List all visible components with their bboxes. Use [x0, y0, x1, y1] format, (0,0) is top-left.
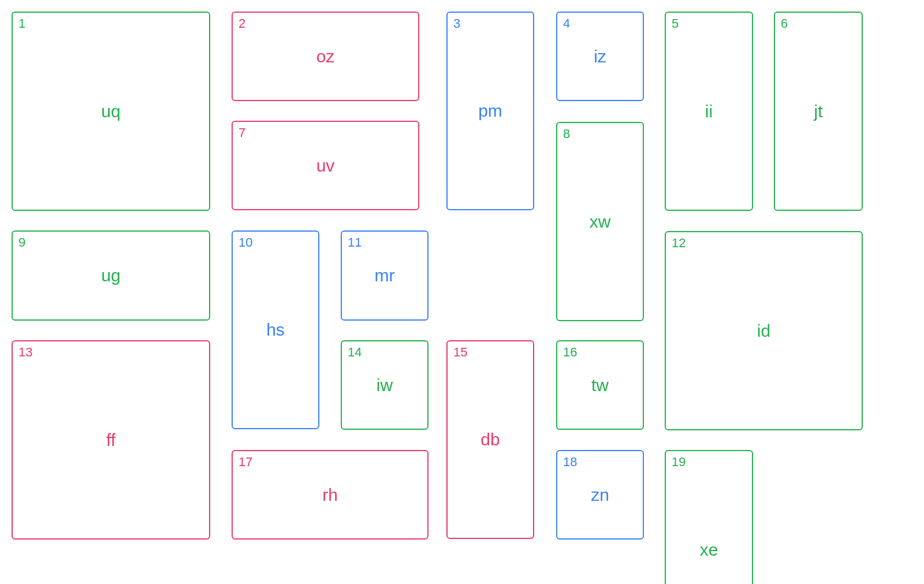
box-7: 7uv: [232, 121, 419, 210]
box-number: 19: [672, 455, 685, 470]
box-number: 10: [239, 235, 252, 250]
box-4: 4iz: [556, 12, 644, 101]
box-number: 3: [453, 16, 460, 31]
box-label: ii: [705, 102, 713, 121]
box-label: hs: [266, 320, 285, 340]
box-5: 5ii: [665, 12, 753, 211]
box-12: 12id: [665, 231, 863, 430]
box-number: 5: [672, 16, 679, 31]
box-number: 4: [563, 16, 570, 31]
box-label: uv: [316, 156, 335, 176]
box-11: 11mr: [341, 230, 429, 321]
box-number: 2: [239, 16, 245, 31]
box-label: zn: [591, 485, 609, 505]
box-label: tw: [591, 375, 609, 395]
box-label: iz: [594, 47, 606, 66]
box-number: 8: [563, 127, 570, 142]
box-2: 2oz: [232, 12, 419, 101]
box-label: pm: [478, 101, 502, 121]
box-number: 9: [18, 235, 25, 250]
box-number: 18: [563, 455, 577, 470]
box-8: 8xw: [556, 122, 644, 321]
box-15: 15db: [446, 340, 534, 539]
box-label: xe: [700, 540, 718, 560]
box-label: ug: [101, 266, 120, 285]
box-14: 14iw: [341, 340, 429, 430]
box-6: 6jt: [774, 12, 863, 211]
box-3: 3pm: [446, 12, 534, 210]
box-label: id: [757, 321, 770, 341]
box-number: 13: [18, 345, 32, 360]
box-18: 18zn: [556, 450, 644, 540]
box-label: iw: [377, 375, 393, 395]
box-number: 14: [348, 345, 362, 360]
box-9: 9ug: [12, 230, 210, 321]
box-number: 12: [672, 236, 685, 251]
box-label: xw: [590, 212, 611, 232]
box-label: ff: [106, 430, 116, 450]
box-label: db: [480, 430, 500, 449]
box-label: uq: [101, 102, 120, 121]
box-label: oz: [316, 47, 335, 66]
box-19: 19xe: [665, 450, 753, 584]
box-number: 6: [781, 16, 788, 31]
box-number: 15: [453, 345, 467, 360]
box-label: jt: [814, 102, 823, 121]
box-number: 11: [348, 235, 362, 250]
box-1: 1uq: [12, 12, 210, 211]
box-number: 1: [18, 16, 25, 31]
box-number: 7: [239, 125, 245, 140]
box-13: 13ff: [12, 340, 210, 540]
box-17: 17rh: [232, 450, 429, 540]
box-label: rh: [322, 485, 338, 505]
box-number: 16: [563, 345, 577, 360]
box-number: 17: [239, 455, 252, 470]
box-label: mr: [375, 266, 395, 285]
box-10: 10hs: [232, 230, 319, 429]
box-16: 16tw: [556, 340, 644, 430]
